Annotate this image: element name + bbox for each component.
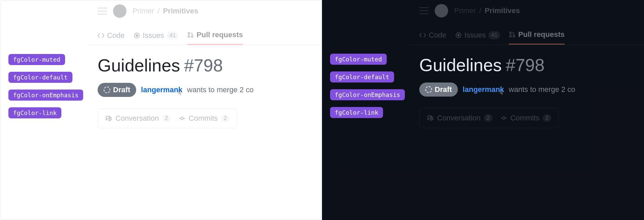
annotation-column: fgColor-muted fgColor-default fgColor-on… xyxy=(330,54,405,118)
svg-point-7 xyxy=(188,36,190,38)
svg-point-9 xyxy=(181,117,183,120)
svg-point-8 xyxy=(192,36,193,38)
annotation-link: fgColor-link xyxy=(8,107,61,118)
annotation-onemphasis: fgColor-onEmphasis xyxy=(330,89,405,100)
pr-meta: Draft langermank ☟ wants to merge 2 co xyxy=(88,75,322,97)
comment-icon xyxy=(105,115,112,122)
pull-request-icon xyxy=(187,32,194,38)
subtab-commits[interactable]: Commits 2 xyxy=(500,114,551,122)
code-icon xyxy=(419,32,426,39)
subtab-conversation-count: 2 xyxy=(162,115,171,122)
subtab-commits-count: 2 xyxy=(543,114,551,122)
issue-icon xyxy=(133,32,140,39)
tab-code[interactable]: Code xyxy=(419,30,446,45)
subtab-commits[interactable]: Commits 2 xyxy=(179,114,230,123)
annotation-connectors xyxy=(0,0,101,51)
svg-point-5 xyxy=(136,35,138,36)
github-icon[interactable] xyxy=(113,4,126,18)
subtab-conversation-count: 2 xyxy=(484,114,492,122)
subtab-commits-count: 2 xyxy=(221,115,229,122)
pr-title-name: Guidelines xyxy=(98,55,180,75)
pr-title-number: #798 xyxy=(506,55,545,75)
light-mode-panel: fgColor-muted fgColor-default fgColor-on… xyxy=(0,0,322,220)
draft-label: Draft xyxy=(435,85,452,94)
annotation-onemphasis: fgColor-onEmphasis xyxy=(8,90,83,101)
tab-pulls-label: Pull requests xyxy=(518,30,565,39)
breadcrumb-current[interactable]: Primitives xyxy=(485,6,520,15)
draft-label: Draft xyxy=(113,86,130,94)
subtab-conversation-label: Conversation xyxy=(115,114,159,123)
breadcrumb-parent[interactable]: Primer xyxy=(454,6,476,15)
header-bar: Primer / Primitives xyxy=(88,0,322,22)
annotation-default: fgColor-default xyxy=(330,71,394,82)
header-bar: Primer / Primitives xyxy=(409,0,644,21)
subtab-conversation[interactable]: Conversation 2 xyxy=(105,114,171,123)
breadcrumb-separator: / xyxy=(158,7,160,15)
tab-code-label: Code xyxy=(429,31,446,40)
draft-pill: Draft xyxy=(98,83,136,97)
pr-subtabs-wrap: Conversation 2 Commits 2 xyxy=(409,97,644,128)
menu-icon[interactable] xyxy=(419,7,429,14)
mock-ui: Primer / Primitives Code Issues 41 Pull … xyxy=(88,0,322,220)
draft-icon xyxy=(104,87,110,93)
pr-title: Guidelines #798 xyxy=(88,45,322,75)
pr-meta: Draft langermank ☟ wants to merge 2 co xyxy=(409,75,644,97)
svg-point-17 xyxy=(510,36,512,37)
github-icon[interactable] xyxy=(435,4,448,17)
breadcrumb-separator: / xyxy=(479,6,481,15)
svg-point-15 xyxy=(458,34,459,36)
cursor-icon: ☟ xyxy=(499,89,503,97)
breadcrumb-current[interactable]: Primitives xyxy=(163,7,198,15)
draft-pill: Draft xyxy=(419,82,458,97)
pr-title-name: Guidelines xyxy=(419,55,502,75)
menu-icon[interactable] xyxy=(98,8,107,14)
comment-icon xyxy=(427,115,434,121)
commit-icon xyxy=(179,115,185,122)
svg-point-19 xyxy=(502,117,505,119)
svg-point-6 xyxy=(188,33,190,34)
svg-point-18 xyxy=(513,36,515,37)
tab-code-label: Code xyxy=(107,31,125,40)
tab-code[interactable]: Code xyxy=(98,31,125,45)
annotation-column: fgColor-muted fgColor-default fgColor-on… xyxy=(8,54,83,118)
tab-pulls[interactable]: Pull requests xyxy=(187,31,243,45)
tab-issues-count: 41 xyxy=(167,32,178,40)
merge-text: wants to merge 2 co xyxy=(509,85,575,94)
tab-issues[interactable]: Issues 41 xyxy=(133,31,179,45)
subtab-commits-label: Commits xyxy=(189,114,218,123)
breadcrumb: Primer / Primitives xyxy=(454,6,520,15)
author-link[interactable]: langermank xyxy=(141,86,182,94)
tab-pulls-label: Pull requests xyxy=(197,31,243,39)
draft-icon xyxy=(425,86,432,93)
pr-subtabs: Conversation 2 Commits 2 xyxy=(419,108,559,128)
mock-ui: Primer / Primitives Code Issues 41 Pull … xyxy=(409,0,644,220)
pull-request-icon xyxy=(509,31,516,38)
subtab-conversation[interactable]: Conversation 2 xyxy=(427,114,492,122)
pr-title: Guidelines #798 xyxy=(409,45,644,75)
tab-issues-count: 41 xyxy=(488,31,500,39)
tab-issues-label: Issues xyxy=(465,31,486,40)
pr-subtabs: Conversation 2 Commits 2 xyxy=(98,108,237,128)
author-link[interactable]: langermank xyxy=(463,85,504,94)
annotation-connectors xyxy=(322,0,423,50)
breadcrumb-parent[interactable]: Primer xyxy=(132,7,154,15)
repo-tabs: Code Issues 41 Pull requests xyxy=(409,21,644,45)
code-icon xyxy=(98,32,104,39)
dark-mode-panel: fgColor-muted fgColor-default fgColor-on… xyxy=(322,0,644,220)
cursor-icon: ☟ xyxy=(178,90,181,97)
annotation-muted: fgColor-muted xyxy=(8,54,65,65)
subtab-conversation-label: Conversation xyxy=(437,114,481,122)
commit-icon xyxy=(500,115,507,121)
subtab-commits-label: Commits xyxy=(511,114,540,122)
repo-tabs: Code Issues 41 Pull requests xyxy=(88,22,322,45)
annotation-link: fgColor-link xyxy=(330,107,383,118)
merge-text: wants to merge 2 co xyxy=(187,86,254,94)
tab-issues-label: Issues xyxy=(143,31,164,40)
svg-point-16 xyxy=(510,32,512,34)
breadcrumb: Primer / Primitives xyxy=(132,7,198,15)
annotation-muted: fgColor-muted xyxy=(330,54,387,65)
tab-issues[interactable]: Issues 41 xyxy=(455,30,500,45)
issue-icon xyxy=(455,32,462,39)
pr-title-number: #798 xyxy=(184,55,223,75)
tab-pulls[interactable]: Pull requests xyxy=(509,30,565,45)
